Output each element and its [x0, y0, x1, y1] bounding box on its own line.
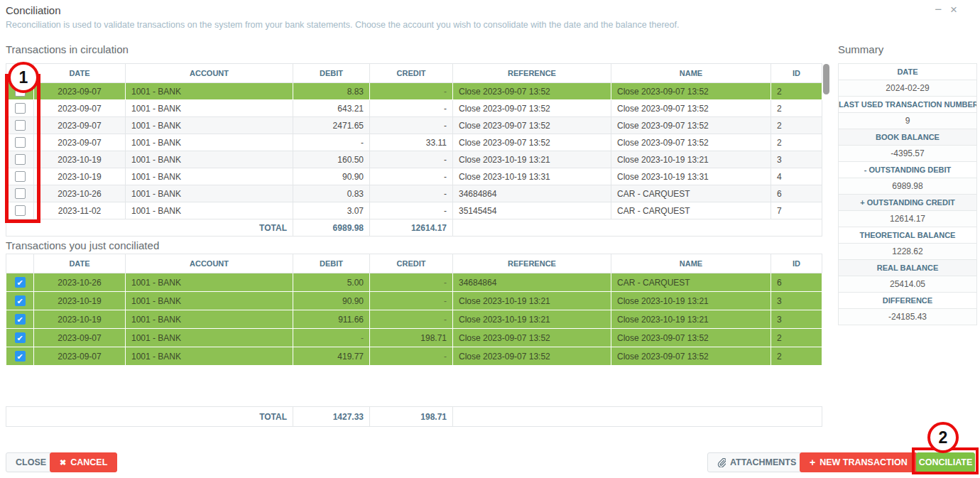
cell-debit: 5.00: [293, 273, 370, 292]
table-row[interactable]: ✔ 2023-10-19 1001 - BANK 911.66 - Close …: [6, 310, 822, 329]
cell-id: 2: [771, 100, 822, 117]
table-row[interactable]: 2023-09-07 1001 - BANK 643.21 - Close 20…: [6, 100, 822, 117]
cell-account: 1001 - BANK: [126, 347, 293, 366]
table-row[interactable]: 2023-09-07 1001 - BANK 2471.65 - Close 2…: [6, 117, 822, 134]
debit-column-header[interactable]: DEBIT: [293, 254, 370, 273]
cell-reference: Close 2023-09-07 13:52: [453, 117, 611, 134]
row-checkbox[interactable]: [15, 120, 26, 131]
cell-date: 2023-09-07: [34, 100, 126, 117]
table-row[interactable]: ✔ 2023-09-07 1001 - BANK - 198.71 Close …: [6, 329, 822, 347]
minimize-icon[interactable]: −: [935, 3, 942, 17]
summary-label-row: BOOK BALANCE: [839, 129, 977, 146]
row-checkbox[interactable]: [15, 205, 26, 216]
account-column-header[interactable]: ACCOUNT: [126, 254, 293, 273]
conciliate-button-label: CONCILIATE: [919, 457, 972, 467]
cell-reference: Close 2023-09-07 13:52: [453, 329, 611, 347]
cell-account: 1001 - BANK: [126, 134, 293, 151]
checkbox-column-header: [6, 254, 34, 273]
summary-value-row: 12614.17: [839, 211, 977, 227]
cell-id: 3: [771, 310, 822, 329]
row-checkbox[interactable]: [15, 171, 26, 182]
date-column-header[interactable]: DATE: [34, 254, 126, 273]
conciliated-total-debit: 1427.33: [293, 407, 370, 427]
cell-debit: 8.83: [293, 83, 370, 100]
cell-date: 2023-09-07: [34, 347, 126, 366]
row-checkbox-cell: [6, 185, 34, 202]
table-scrollbar[interactable]: [823, 64, 829, 94]
row-checkbox-cell: [6, 117, 34, 134]
row-checkbox[interactable]: [15, 103, 26, 114]
table-row[interactable]: 2023-10-26 1001 - BANK 0.83 - 34684864 C…: [6, 185, 822, 202]
cell-debit: 90.90: [293, 168, 370, 185]
cell-date: 2023-10-19: [34, 168, 126, 185]
account-column-header[interactable]: ACCOUNT: [126, 64, 293, 83]
reference-column-header[interactable]: REFERENCE: [453, 64, 611, 83]
cell-date: 2023-09-07: [34, 134, 126, 151]
cell-reference: Close 2023-09-07 13:52: [453, 100, 611, 117]
table-row[interactable]: ✔ 2023-10-19 1001 - BANK 90.90 - Close 2…: [6, 292, 822, 310]
table-row[interactable]: 2023-10-19 1001 - BANK 90.90 - Close 202…: [6, 168, 822, 185]
date-column-header[interactable]: DATE: [34, 64, 126, 83]
summary-label: + OUTSTANDING CREDIT: [839, 195, 977, 211]
row-checkbox-cell: [6, 202, 34, 219]
page-title: Conciliation: [6, 4, 61, 16]
table-row[interactable]: 2023-10-19 1001 - BANK 160.50 - Close 20…: [6, 151, 822, 168]
table-row[interactable]: ✔ 2023-09-07 1001 - BANK 419.77 - Close …: [6, 347, 822, 366]
row-checkbox[interactable]: ✔: [15, 314, 26, 325]
circulation-total-label: TOTAL: [6, 219, 293, 237]
summary-value: 9: [839, 113, 977, 129]
close-button[interactable]: CLOSE: [6, 452, 56, 472]
cancel-button[interactable]: ✖ CANCEL: [50, 452, 117, 472]
attachments-button[interactable]: ATTACHMENTS: [707, 452, 806, 472]
cell-credit: -: [370, 273, 453, 292]
credit-column-header[interactable]: CREDIT: [370, 64, 453, 83]
conciliated-header-row: DATE ACCOUNT DEBIT CREDIT REFERENCE NAME…: [6, 254, 822, 273]
new-transaction-button[interactable]: + NEW TRANSACTION: [800, 452, 918, 472]
row-checkbox[interactable]: [15, 86, 26, 97]
close-icon[interactable]: ×: [950, 3, 957, 17]
row-checkbox-cell: ✔: [6, 310, 34, 329]
cell-account: 1001 - BANK: [126, 100, 293, 117]
name-column-header[interactable]: NAME: [611, 254, 771, 273]
table-row[interactable]: 2023-11-02 1001 - BANK 3.07 - 35145454 C…: [6, 202, 822, 219]
table-row[interactable]: 2023-09-07 1001 - BANK - 33.11 Close 202…: [6, 134, 822, 151]
id-column-header[interactable]: ID: [771, 254, 822, 273]
summary-value-row: 2024-02-29: [839, 80, 977, 97]
row-checkbox[interactable]: ✔: [15, 295, 26, 306]
conciliated-total-row: TOTAL 1427.33 198.71: [6, 407, 822, 427]
cell-id: 6: [771, 185, 822, 202]
cell-debit: 90.90: [293, 292, 370, 310]
debit-column-header[interactable]: DEBIT: [293, 64, 370, 83]
cell-name: Close 2023-10-19 13:21: [611, 151, 771, 168]
name-column-header[interactable]: NAME: [611, 64, 771, 83]
summary-label-row: REAL BALANCE: [839, 260, 977, 276]
cancel-button-label: CANCEL: [70, 457, 107, 467]
cell-date: 2023-10-19: [34, 292, 126, 310]
cell-name: CAR - CARQUEST: [611, 273, 771, 292]
cell-account: 1001 - BANK: [126, 292, 293, 310]
table-row[interactable]: 2023-09-07 1001 - BANK 8.83 - Close 2023…: [6, 83, 822, 100]
cell-credit: -: [370, 202, 453, 219]
row-checkbox[interactable]: ✔: [15, 351, 26, 362]
circulation-table: DATE ACCOUNT DEBIT CREDIT REFERENCE NAME…: [6, 63, 822, 237]
table-row[interactable]: ✔ 2023-10-26 1001 - BANK 5.00 - 34684864…: [6, 273, 822, 292]
cell-reference: Close 2023-09-07 13:52: [453, 134, 611, 151]
summary-value: -24185.43: [839, 309, 977, 325]
id-column-header[interactable]: ID: [771, 64, 822, 83]
row-checkbox[interactable]: ✔: [15, 277, 26, 288]
summary-value-row: 6989.98: [839, 178, 977, 195]
row-checkbox[interactable]: [15, 188, 26, 199]
conciliated-total-strip: TOTAL 1427.33 198.71: [6, 406, 822, 427]
reference-column-header[interactable]: REFERENCE: [453, 254, 611, 273]
summary-label-row: - OUTSTANDING DEBIT: [839, 162, 977, 178]
summary-value-row: -4395.57: [839, 146, 977, 162]
credit-column-header[interactable]: CREDIT: [370, 254, 453, 273]
conciliate-button[interactable]: CONCILIATE: [916, 452, 975, 472]
row-checkbox[interactable]: [15, 137, 26, 148]
cell-id: 2: [771, 329, 822, 347]
row-checkbox[interactable]: [15, 154, 26, 165]
row-checkbox[interactable]: ✔: [15, 332, 26, 343]
summary-value: 25414.05: [839, 276, 977, 293]
summary-label-row: LAST USED TRANSACTION NUMBER: [839, 97, 977, 113]
cell-id: 3: [771, 292, 822, 310]
